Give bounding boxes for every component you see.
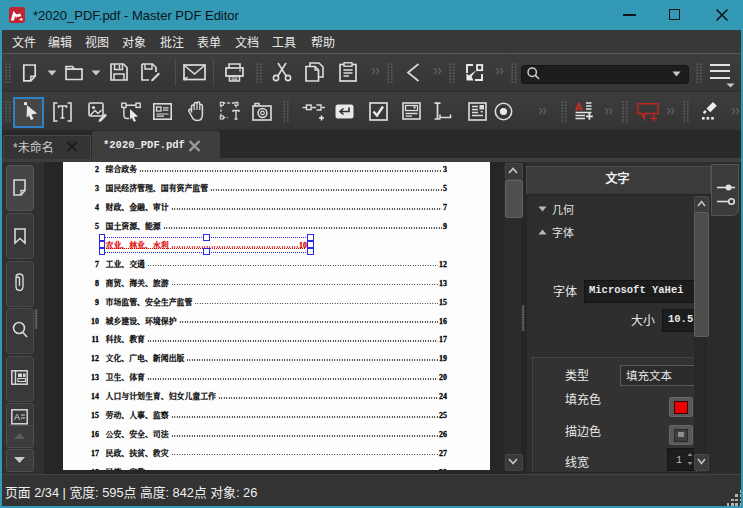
svg-text:A: A [14,412,20,422]
svg-text:A: A [575,101,583,113]
